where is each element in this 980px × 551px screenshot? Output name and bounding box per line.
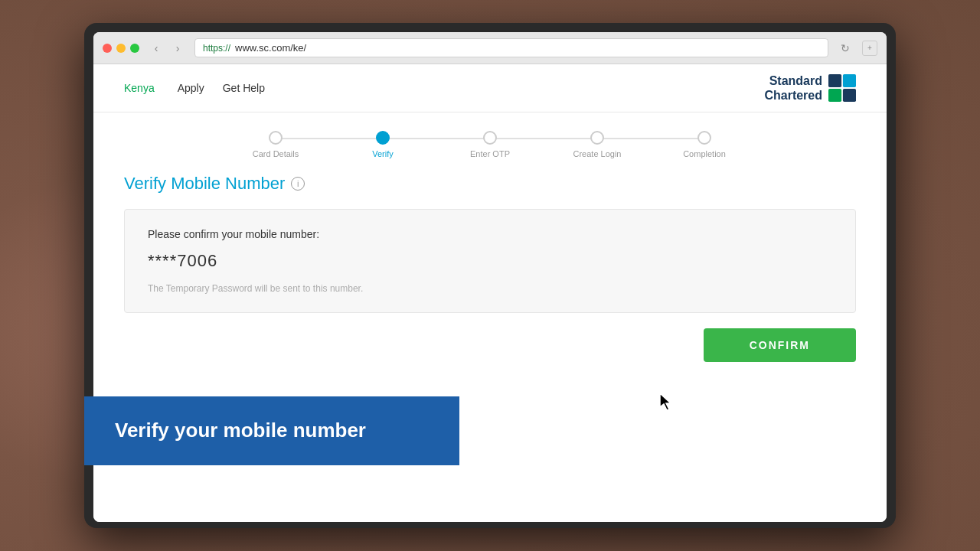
step-circle-2 [376,131,390,145]
svg-rect-3 [843,89,856,102]
step-card-details: Card Details [222,131,329,158]
phone-number: ****7006 [148,251,832,271]
step-label-4: Create Login [573,149,622,158]
info-icon[interactable]: i [291,177,305,191]
maximize-button[interactable] [130,44,139,53]
step-circle-4 [590,131,604,145]
country-selector[interactable]: Kenya [124,82,155,94]
nav-arrows: ‹ › [147,39,187,57]
step-label-2: Verify [372,149,394,158]
page-title: Verify Mobile Number i [124,174,856,194]
step-label-3: Enter OTP [470,149,510,158]
svg-rect-1 [843,74,856,87]
stepper-container: Card Details Verify Enter OTP [93,112,887,166]
apply-link[interactable]: Apply [178,82,204,94]
button-area: CONFIRM [124,328,856,377]
overlay-banner: Verify your mobile number [84,396,459,465]
confirm-label: Please confirm your mobile number: [148,228,832,240]
laptop-container: ‹ › https:// www.sc.com/ke/ ↻ + Kenya Ap… [84,23,896,528]
step-enter-otp: Enter OTP [436,131,544,158]
traffic-lights [103,44,139,53]
url-text: www.sc.com/ke/ [235,42,306,54]
step-verify: Verify [329,131,436,158]
step-label-1: Card Details [253,149,299,158]
site-nav: Kenya Apply Get Help [124,82,764,94]
get-help-link[interactable]: Get Help [223,82,265,94]
step-circle-1 [269,131,283,145]
step-line-1 [276,138,383,139]
step-create-login: Create Login [544,131,651,158]
sc-logo-icon [828,74,856,102]
overlay-text: Verify your mobile number [115,418,429,444]
svg-rect-0 [828,74,841,87]
browser-chrome: ‹ › https:// www.sc.com/ke/ ↻ + [93,32,887,64]
step-circle-3 [483,131,497,145]
site-header: Kenya Apply Get Help Standard Chartered [93,64,887,112]
step-label-5: Completion [683,149,726,158]
temp-password-note: The Temporary Password will be sent to t… [148,283,832,294]
stepper: Card Details Verify Enter OTP [222,131,758,158]
close-button[interactable] [103,44,112,53]
step-circle-5 [697,131,711,145]
expand-button[interactable]: + [862,41,877,56]
minimize-button[interactable] [116,44,126,53]
step-line-2 [383,138,490,139]
https-indicator: https:// [203,43,230,54]
brand-logo: Standard Chartered [764,73,856,103]
step-line-3 [490,138,597,139]
confirm-button[interactable]: CONFIRM [704,328,856,362]
svg-rect-2 [828,89,841,102]
address-bar[interactable]: https:// www.sc.com/ke/ [194,38,828,57]
back-button[interactable]: ‹ [147,39,165,57]
step-line-4 [597,138,704,139]
brand-name: Standard Chartered [764,73,822,103]
reload-button[interactable]: ↻ [836,39,854,57]
form-card: Please confirm your mobile number: ****7… [124,209,856,313]
step-completion: Completion [651,131,758,158]
forward-button[interactable]: › [168,39,187,57]
main-area: Verify Mobile Number i Please confirm yo… [93,166,887,522]
